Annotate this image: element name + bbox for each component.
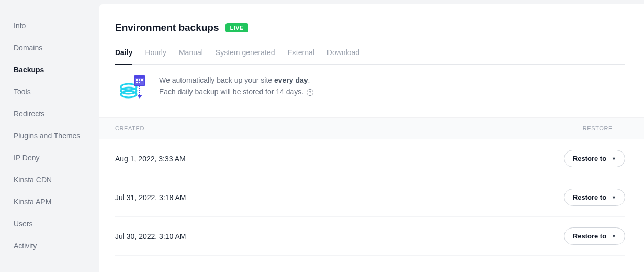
sidebar-item-domains[interactable]: Domains [0, 37, 99, 59]
page-title: Environment backups [115, 22, 219, 34]
sidebar-item-label: Info [14, 21, 26, 30]
backup-created-date: Aug 1, 2022, 3:33 AM [115, 155, 186, 163]
help-icon[interactable]: ? [307, 89, 313, 96]
sidebar-item-label: Plugins and Themes [14, 132, 80, 140]
restore-to-button[interactable]: Restore to ▼ [564, 189, 625, 206]
sidebar-item-activity[interactable]: Activity [0, 235, 99, 257]
backup-created-date: Jul 30, 2022, 3:10 AM [115, 232, 186, 241]
restore-to-button[interactable]: Restore to ▼ [564, 227, 625, 245]
environment-badge: LIVE [225, 23, 248, 32]
main-content: Environment backups LIVE Daily Hourly Ma… [99, 4, 644, 272]
sidebar-item-label: Redirects [14, 110, 44, 118]
info-line1-post: . [308, 76, 310, 84]
column-header-created: CREATED [115, 125, 144, 132]
info-line2: Each daily backup will be stored for 14 … [159, 88, 303, 96]
sidebar-item-label: Kinsta CDN [14, 176, 52, 184]
tab-label: System generated [216, 48, 275, 57]
sidebar-item-kinsta-cdn[interactable]: Kinsta CDN [0, 169, 99, 191]
table-row: Jul 30, 2022, 3:10 AM Restore to ▼ [115, 217, 625, 256]
tab-label: External [287, 48, 314, 57]
backup-created-date: Jul 31, 2022, 3:18 AM [115, 193, 186, 202]
sidebar-item-label: Users [14, 220, 33, 228]
tab-label: Download [327, 48, 359, 57]
tab-download[interactable]: Download [327, 48, 359, 64]
tab-label: Hourly [145, 48, 166, 57]
sidebar-item-plugins-themes[interactable]: Plugins and Themes [0, 125, 99, 147]
sidebar-item-redirects[interactable]: Redirects [0, 103, 99, 125]
chevron-down-icon: ▼ [612, 195, 616, 200]
sidebar-item-label: Tools [14, 88, 31, 96]
tab-daily[interactable]: Daily [115, 48, 132, 65]
backup-schedule-icon [119, 74, 148, 101]
sidebar-item-label: Activity [14, 242, 37, 250]
table-row: Aug 1, 2022, 3:33 AM Restore to ▼ [115, 139, 625, 178]
tab-label: Daily [115, 48, 132, 57]
sidebar-item-info[interactable]: Info [0, 15, 99, 37]
tab-system-generated[interactable]: System generated [216, 48, 275, 64]
tab-label: Manual [179, 48, 203, 57]
sidebar-item-ip-deny[interactable]: IP Deny [0, 147, 99, 169]
info-line1-bold: every day [274, 76, 308, 84]
svg-rect-5 [136, 79, 138, 81]
restore-to-button[interactable]: Restore to ▼ [564, 150, 625, 167]
info-banner: We automatically back up your site every… [115, 65, 625, 117]
sidebar-item-label: Kinsta APM [14, 198, 51, 206]
tab-hourly[interactable]: Hourly [145, 48, 166, 64]
restore-button-label: Restore to [573, 193, 606, 201]
page-header: Environment backups LIVE [115, 22, 625, 34]
svg-rect-7 [141, 79, 143, 81]
svg-marker-11 [137, 95, 142, 99]
info-text: We automatically back up your site every… [159, 74, 313, 98]
info-line1-pre: We automatically back up your site [159, 76, 274, 84]
sidebar-item-tools[interactable]: Tools [0, 81, 99, 103]
sidebar: Info Domains Backups Tools Redirects Plu… [0, 0, 99, 272]
svg-rect-9 [139, 82, 140, 83]
sidebar-item-users[interactable]: Users [0, 213, 99, 235]
sidebar-item-label: Domains [14, 43, 42, 52]
svg-rect-4 [135, 78, 144, 85]
chevron-down-icon: ▼ [612, 156, 616, 161]
table-row: Jul 31, 2022, 3:18 AM Restore to ▼ [115, 178, 625, 217]
chevron-down-icon: ▼ [612, 234, 616, 239]
restore-button-label: Restore to [573, 155, 606, 162]
sidebar-item-kinsta-apm[interactable]: Kinsta APM [0, 191, 99, 213]
table-header: CREATED RESTORE [99, 117, 644, 139]
sidebar-item-label: Backups [14, 66, 44, 74]
sidebar-item-backups[interactable]: Backups [0, 59, 99, 81]
column-header-restore: RESTORE [583, 125, 613, 132]
svg-rect-6 [139, 79, 140, 81]
restore-button-label: Restore to [573, 232, 606, 240]
backup-tabs: Daily Hourly Manual System generated Ext… [115, 48, 625, 65]
tab-manual[interactable]: Manual [179, 48, 203, 64]
sidebar-item-label: IP Deny [14, 154, 40, 162]
svg-rect-8 [136, 82, 138, 83]
tab-external[interactable]: External [287, 48, 314, 64]
